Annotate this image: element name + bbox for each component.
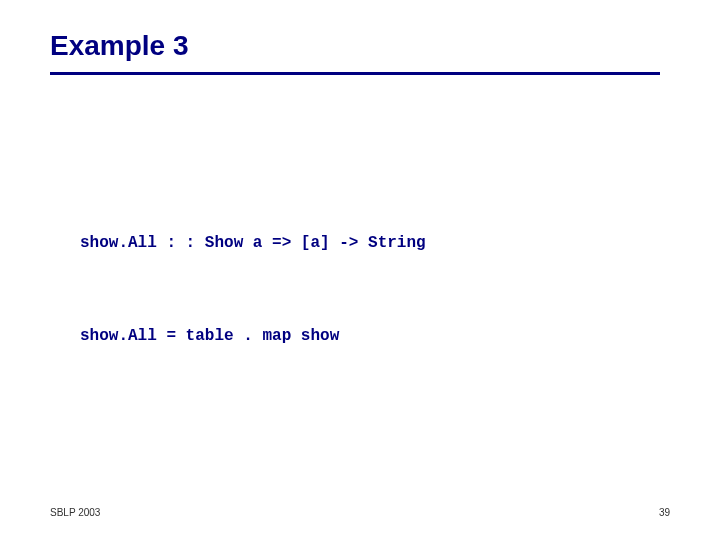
title-rule xyxy=(50,72,660,75)
code-line: show.All : : Show a => [a] -> String xyxy=(80,228,670,259)
code-group-showall: show.All : : Show a => [a] -> String sho… xyxy=(80,165,670,415)
slide-title: Example 3 xyxy=(50,30,670,62)
footer-page-number: 39 xyxy=(659,507,670,518)
code-area: show.All : : Show a => [a] -> String sho… xyxy=(80,103,670,540)
code-group-format: format : : [String] -> [String] format [… xyxy=(80,505,670,540)
footer-conference: SBLP 2003 xyxy=(50,507,100,518)
code-line: show.All = table . map show xyxy=(80,321,670,352)
slide: Example 3 show.All : : Show a => [a] -> … xyxy=(0,0,720,540)
